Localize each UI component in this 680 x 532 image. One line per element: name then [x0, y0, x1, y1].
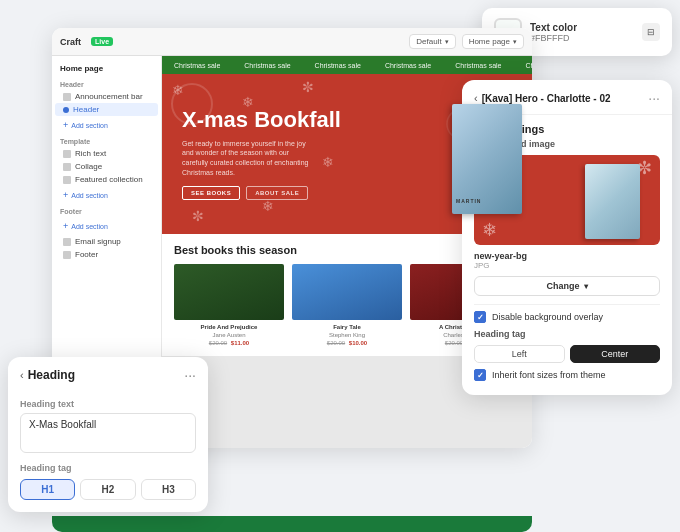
- book-prices-1: $20.00 $11.00: [174, 340, 284, 346]
- kava-heading-tag-label: Heading tag: [474, 329, 660, 339]
- bg-image-book: [585, 164, 640, 239]
- richtext-icon: [63, 150, 71, 158]
- price-original-3: $20.00: [445, 340, 463, 346]
- inherit-fonts-label: Inherit font sizes from theme: [492, 370, 606, 380]
- heading-panel-title: Heading: [28, 368, 181, 382]
- sidebar-item-email[interactable]: Email signup: [55, 235, 158, 248]
- align-center-button[interactable]: Center: [570, 345, 661, 363]
- heading-panel: ‹ Heading ··· Heading text X-Mas Bookfal…: [8, 357, 208, 512]
- book-card-2: Fairy Tale Stephen King $20.00 $10.00: [292, 264, 402, 346]
- change-image-button[interactable]: Change: [474, 276, 660, 296]
- sidebar-item-footer[interactable]: Footer: [55, 248, 158, 261]
- xmas-item-2: Christmas sale: [232, 62, 302, 69]
- price-sale-1: $11.00: [231, 340, 249, 346]
- inherit-fonts-checkbox[interactable]: [474, 369, 486, 381]
- sidebar-item-header[interactable]: Header: [55, 103, 158, 116]
- heading-panel-body: Heading text X-Mas Bookfall Heading tag …: [8, 389, 208, 512]
- kava-back-button[interactable]: ‹: [474, 92, 478, 104]
- bottom-green-bar: [52, 516, 532, 532]
- heading-back-button[interactable]: ‹: [20, 369, 24, 381]
- sidebar-item-featured[interactable]: Featured collection: [55, 173, 158, 186]
- footer-icon: [63, 251, 71, 259]
- align-buttons: Left Center: [474, 345, 660, 363]
- tag-h2-button[interactable]: H2: [80, 479, 135, 500]
- xmas-item-3: Christmas sale: [303, 62, 373, 69]
- book-author-2: Stephen King: [292, 332, 402, 338]
- book-prices-2: $20.00 $10.00: [292, 340, 402, 346]
- tag-h1-button[interactable]: H1: [20, 479, 75, 500]
- color-value: #FBFFFD: [530, 33, 634, 43]
- xmas-item-4: Christmas sale: [373, 62, 443, 69]
- price-original-2: $20.00: [327, 340, 345, 346]
- banner-book-image: [452, 104, 522, 214]
- banner-title: X-mas Bookfall: [182, 108, 432, 132]
- price-original-1: $20.00: [209, 340, 227, 346]
- book-title-2: Fairy Tale: [292, 324, 402, 332]
- book-author-1: Jane Austen: [174, 332, 284, 338]
- inherit-fonts-row: Inherit font sizes from theme: [474, 369, 660, 381]
- tag-h3-button[interactable]: H3: [141, 479, 196, 500]
- book-cover-1: [174, 264, 284, 320]
- image-filename: new-year-bg: [474, 251, 660, 261]
- sidebar-template-label: Template: [52, 134, 161, 147]
- announcement-icon: [63, 93, 71, 101]
- align-left-button[interactable]: Left: [474, 345, 565, 363]
- banner-subtitle: Get ready to immerse yourself in the joy…: [182, 139, 312, 178]
- book-title-1: Pride And Prejudice: [174, 324, 284, 332]
- heading-tag-label: Heading tag: [20, 463, 196, 473]
- xmas-item-1: Christmas sale: [162, 62, 232, 69]
- sidebar-page-title: Home page: [52, 62, 161, 77]
- heading-panel-menu-button[interactable]: ···: [184, 367, 196, 383]
- banner-text-area: X-mas Bookfall Get ready to immerse your…: [162, 92, 452, 215]
- sidebar-header-label: Header: [52, 77, 161, 90]
- book-card-1: Pride And Prejudice Jane Austen $20.00 $…: [174, 264, 284, 346]
- email-icon: [63, 238, 71, 246]
- sidebar-footer-label: Footer: [52, 204, 161, 217]
- sidebar-item-richtext[interactable]: Rich text: [55, 147, 158, 160]
- sidebar-item-announcement[interactable]: Announcement bar: [55, 90, 158, 103]
- xmas-banner-bar: Christmas sale Christmas sale Christmas …: [162, 56, 532, 74]
- disable-overlay-row: Disable background overlay: [474, 311, 660, 323]
- collage-icon: [63, 163, 71, 171]
- live-badge: Live: [91, 37, 113, 46]
- disable-overlay-checkbox[interactable]: [474, 311, 486, 323]
- default-dropdown[interactable]: Default: [409, 34, 455, 49]
- heading-tag-buttons: H1 H2 H3: [20, 479, 196, 500]
- homepage-dropdown[interactable]: Home page: [462, 34, 524, 49]
- xmas-item-5: Christmas sale: [443, 62, 513, 69]
- add-section-btn-2[interactable]: Add section: [55, 188, 116, 202]
- active-dot: [63, 107, 69, 113]
- editor-topbar: Craft Live Default Home page: [52, 28, 532, 56]
- featured-icon: [63, 176, 71, 184]
- about-sale-button[interactable]: ABOUT SALE: [246, 186, 308, 200]
- price-sale-2: $10.00: [349, 340, 367, 346]
- layout-icon[interactable]: ⊟: [642, 23, 660, 41]
- book-cover-2: [292, 264, 402, 320]
- image-format: JPG: [474, 261, 660, 270]
- kava-divider-1: [474, 304, 660, 305]
- kava-panel-title: [Kava] Hero - Charlotte - 02: [482, 93, 645, 104]
- heading-text-label: Heading text: [20, 399, 196, 409]
- xmas-item-6: Christmas sale: [513, 62, 532, 69]
- kava-menu-button[interactable]: ···: [648, 90, 660, 106]
- add-section-btn-1[interactable]: Add section: [55, 118, 116, 132]
- bg-snowflake-3: ❄: [482, 219, 497, 241]
- banner-buttons: SEE BOOKS ABOUT SALE: [182, 186, 432, 200]
- color-label: Text color: [530, 22, 634, 33]
- color-info: Text color #FBFFFD: [530, 22, 634, 43]
- heading-text-input[interactable]: X-Mas Bookfall: [20, 413, 196, 453]
- add-section-btn-3[interactable]: Add section: [55, 219, 116, 233]
- see-books-button[interactable]: SEE BOOKS: [182, 186, 240, 200]
- sidebar-item-collage[interactable]: Collage: [55, 160, 158, 173]
- heading-panel-header: ‹ Heading ···: [8, 357, 208, 389]
- editor-logo: Craft: [60, 37, 81, 47]
- disable-overlay-label: Disable background overlay: [492, 312, 603, 322]
